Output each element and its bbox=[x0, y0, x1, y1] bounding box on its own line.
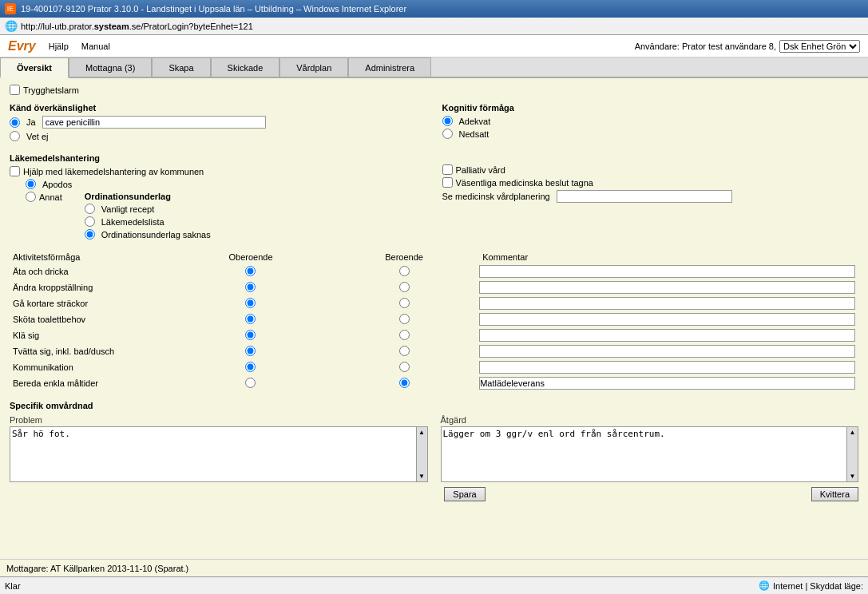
tab-vardplan[interactable]: Vårdplan bbox=[279, 57, 348, 77]
kand-vetej-label: Vet ej bbox=[26, 132, 49, 141]
atgard-scrollbar[interactable]: ▲ ▼ bbox=[847, 426, 858, 482]
vanligt-recept-row: Vanligt recept bbox=[85, 204, 211, 214]
navigation-tabs: Översikt Mottagna (3) Skapa Skickade Vår… bbox=[0, 57, 868, 78]
skota-beroende-radio[interactable] bbox=[399, 314, 410, 324]
bereda-oberoende-radio[interactable] bbox=[245, 378, 256, 388]
tab-mottagna[interactable]: Mottagna (3) bbox=[69, 57, 152, 77]
menu-manual[interactable]: Manual bbox=[81, 42, 110, 51]
title-bar: IE 19-400107-9120 Prator 3.10.0 - Landst… bbox=[0, 0, 868, 18]
status-bar: Klar 🌐 Internet | Skyddat läge: bbox=[0, 576, 868, 594]
tab-oversikt[interactable]: Översikt bbox=[0, 57, 69, 78]
tvatta-oberoende-radio[interactable] bbox=[245, 346, 256, 356]
tvatta-beroende-radio[interactable] bbox=[399, 346, 410, 356]
kommunikation-oberoende-radio[interactable] bbox=[245, 362, 256, 372]
kommunikation-beroende-radio[interactable] bbox=[399, 362, 410, 372]
kand-vetej-radio[interactable] bbox=[10, 131, 20, 141]
kand-section: Känd överkänslighet Ja Vet ej bbox=[10, 98, 426, 144]
medicinsk-input[interactable] bbox=[557, 190, 732, 203]
ata-kommentar-input[interactable] bbox=[479, 265, 855, 278]
specifik-content-row: Problem Sår hö fot. ▲ ▼ Åtgärd Lägger om… bbox=[10, 415, 858, 482]
ga-kommentar-input[interactable] bbox=[479, 297, 855, 310]
lakemedel-palliativ-section: Läkemedelshantering Hjälp med läkemedels… bbox=[10, 148, 858, 244]
address-bar: 🌐 http://lul-utb.prator.systeam.se/Prato… bbox=[0, 18, 868, 35]
atgard-label: Åtgärd bbox=[441, 415, 859, 425]
kla-kommentar-input[interactable] bbox=[479, 329, 855, 342]
kand-ja-radio[interactable] bbox=[10, 117, 20, 128]
vasentliga-row: Väsentliga medicinska beslut tagna bbox=[442, 177, 859, 188]
atgard-textarea[interactable]: Lägger om 3 ggr/v enl ord från sårcentru… bbox=[441, 426, 848, 482]
saknas-radio[interactable] bbox=[85, 229, 95, 240]
kognitiv-adekvat-row: Adekvat bbox=[442, 116, 859, 126]
ata-beroende-radio[interactable] bbox=[399, 266, 410, 276]
skota-oberoende-radio[interactable] bbox=[245, 314, 256, 324]
problem-textarea[interactable]: Sår hö fot. bbox=[10, 426, 417, 482]
problem-label: Problem bbox=[10, 415, 428, 425]
aktivitet-ata-label: Äta och dricka bbox=[10, 263, 169, 279]
skota-kommentar-input[interactable] bbox=[479, 313, 855, 326]
ga-beroende-radio[interactable] bbox=[399, 298, 410, 308]
andra-kommentar-input[interactable] bbox=[479, 281, 855, 294]
status-right-text: Internet | Skyddat läge: bbox=[773, 581, 863, 591]
aktivitet-header: Aktivitetsförmåga bbox=[10, 251, 169, 263]
hjalp-checkbox[interactable] bbox=[10, 166, 20, 176]
kand-ja-row: Ja bbox=[10, 116, 426, 129]
kognitiv-nedsatt-radio[interactable] bbox=[442, 129, 453, 139]
globe-status-icon: 🌐 bbox=[759, 580, 770, 591]
trygghetslarm-checkbox[interactable] bbox=[10, 85, 20, 95]
aktivitet-table: Aktivitetsförmåga Oberoende Beroende Kom… bbox=[10, 251, 858, 391]
problem-block: Problem Sår hö fot. ▲ ▼ bbox=[10, 415, 428, 482]
tab-skickade[interactable]: Skickade bbox=[211, 57, 280, 77]
saknas-label: Ordinationsunderlag saknas bbox=[101, 230, 211, 240]
apodos-radio[interactable] bbox=[26, 179, 36, 189]
tab-skapa[interactable]: Skapa bbox=[152, 57, 210, 77]
aktivitet-andra-label: Ändra kroppställning bbox=[10, 279, 169, 295]
aktivitet-ga-label: Gå kortare sträckor bbox=[10, 295, 169, 311]
lakemedelslista-radio[interactable] bbox=[85, 216, 95, 227]
tab-administrera[interactable]: Administrera bbox=[348, 57, 431, 77]
problem-scrollbar[interactable]: ▲ ▼ bbox=[417, 426, 428, 482]
lakemedel-title: Läkemedelshantering bbox=[10, 153, 426, 163]
kand-kognitiv-section: Känd överkänslighet Ja Vet ej Kognitiv f… bbox=[10, 98, 858, 144]
specifik-section: Specifik omvårdnad Problem Sår hö fot. ▲… bbox=[10, 401, 858, 482]
andra-beroende-radio[interactable] bbox=[399, 282, 410, 292]
aktivitet-skota-label: Sköta toalettbehov bbox=[10, 311, 169, 327]
unit-dropdown[interactable]: Dsk Enhet Grön bbox=[779, 40, 860, 53]
medicinsk-label: Se medicinsk vårdplanering bbox=[442, 192, 550, 201]
vanligt-recept-radio[interactable] bbox=[85, 204, 95, 214]
kognitiv-title: Kognitiv förmåga bbox=[442, 103, 859, 113]
bereda-beroende-radio[interactable] bbox=[399, 378, 410, 388]
palliativ-checkbox[interactable] bbox=[442, 164, 453, 175]
kognitiv-adekvat-label: Adekvat bbox=[459, 117, 491, 126]
url-display: http://lul-utb.prator.systeam.se/PratorL… bbox=[21, 22, 253, 31]
table-row: Ändra kroppställning bbox=[10, 279, 858, 295]
kognitiv-adekvat-radio[interactable] bbox=[442, 116, 453, 126]
beroende-header: Beroende bbox=[332, 251, 476, 263]
kand-ja-input[interactable] bbox=[42, 116, 266, 129]
status-right: 🌐 Internet | Skyddat läge: bbox=[759, 580, 863, 591]
kand-title: Känd överkänslighet bbox=[10, 103, 426, 113]
kla-oberoende-radio[interactable] bbox=[245, 330, 256, 340]
trygghetslarm-row: Trygghetslarm bbox=[10, 85, 858, 95]
kommunikation-kommentar-input[interactable] bbox=[479, 361, 855, 374]
aktivitet-bereda-label: Bereda enkla måltider bbox=[10, 375, 169, 391]
andra-oberoende-radio[interactable] bbox=[245, 282, 256, 292]
main-content: Trygghetslarm Känd överkänslighet Ja Vet… bbox=[0, 78, 868, 559]
ata-oberoende-radio[interactable] bbox=[245, 266, 256, 276]
ga-oberoende-radio[interactable] bbox=[245, 298, 256, 308]
spara-button[interactable]: Spara bbox=[444, 487, 485, 501]
kvittera-button[interactable]: Kvittera bbox=[811, 487, 858, 501]
kla-beroende-radio[interactable] bbox=[399, 330, 410, 340]
tvatta-kommentar-input[interactable] bbox=[479, 345, 855, 358]
vasentliga-checkbox[interactable] bbox=[442, 177, 453, 188]
bereda-kommentar-input[interactable] bbox=[479, 377, 855, 390]
ordinationsunderlag-block: Ordinationsunderlag Vanligt recept Läkem… bbox=[85, 192, 211, 242]
oberoende-header: Oberoende bbox=[169, 251, 332, 263]
app-header: Evry Hjälp Manual Användare: Prator test… bbox=[0, 35, 868, 57]
app-menu: Hjälp Manual bbox=[49, 42, 110, 51]
buttons-row: Spara Kvittera bbox=[10, 487, 858, 501]
hjalp-label: Hjälp med läkemedelshantering av kommune… bbox=[23, 167, 204, 176]
menu-hjalp[interactable]: Hjälp bbox=[49, 42, 69, 51]
vasentliga-label: Väsentliga medicinska beslut tagna bbox=[456, 178, 593, 188]
ordinationsunderlag-title: Ordinationsunderlag bbox=[85, 192, 211, 201]
annat-radio[interactable] bbox=[26, 192, 36, 202]
